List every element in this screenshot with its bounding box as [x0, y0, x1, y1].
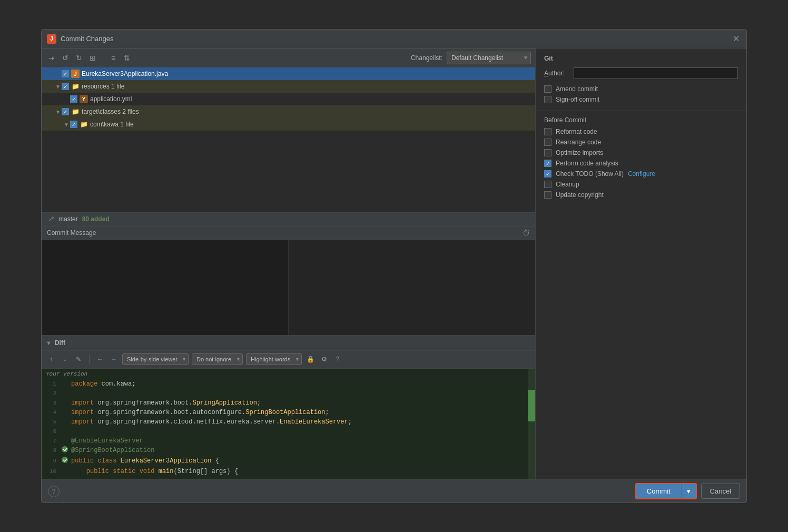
tree-checkbox-eureka[interactable]: ✓	[62, 70, 69, 77]
tree-item-application-yml[interactable]: ✓ Y application.yml	[42, 93, 535, 105]
diff-edit-btn[interactable]: ✎	[73, 354, 84, 364]
optimize-imports-checkbox[interactable]	[544, 149, 551, 156]
code-line-6: 6	[42, 427, 535, 436]
git-title: Git	[544, 55, 738, 62]
yml-file-icon: Y	[80, 95, 88, 103]
update-copyright-checkbox[interactable]	[544, 191, 551, 199]
cleanup-checkbox[interactable]	[544, 181, 551, 188]
highlight-select[interactable]: Highlight words	[246, 353, 302, 365]
check-todo-label: Check TODO (Show All)	[556, 170, 624, 178]
signoff-commit-label: Sign-off commit	[556, 96, 599, 103]
update-copyright-row: Update copyright	[544, 191, 738, 199]
commit-message-header: Commit Message ⏱	[42, 226, 535, 240]
tree-item-label: application.yml	[90, 95, 132, 103]
viewer-select[interactable]: Side-by-side viewer	[122, 353, 189, 365]
diff-sep-1	[89, 354, 90, 364]
cancel-button[interactable]: Cancel	[701, 484, 740, 499]
move-to-changelist-btn[interactable]: ⇥	[46, 52, 57, 64]
footer-right: Commit ▼ Cancel	[635, 483, 740, 499]
code-line-1: 1 package com.kawa;	[42, 379, 535, 389]
perform-analysis-row: ✓ Perform code analysis	[544, 160, 738, 167]
diff-lock-btn[interactable]: 🔒	[305, 354, 316, 364]
right-panel: Git Author: AAmend commitmend commit	[536, 48, 746, 479]
optimize-imports-label: Optimize imports	[556, 149, 603, 156]
changelist-label: Changelist:	[411, 54, 442, 62]
right-panel-scroll: Git Author: AAmend commitmend commit	[536, 48, 746, 479]
rearrange-code-label: Rearrange code	[556, 139, 601, 146]
commit-message-area	[42, 240, 535, 335]
code-line-7: 7 @EnableEurekaServer	[42, 436, 535, 446]
perform-analysis-label: Perform code analysis	[556, 160, 618, 167]
tree-item-label: com\kawa 1 file	[90, 121, 134, 128]
tree-item-resources[interactable]: ▼ ✓ 📁 resources 1 file	[42, 80, 535, 93]
check-todo-checkbox[interactable]: ✓	[544, 170, 551, 178]
group-by-btn[interactable]: ⊞	[87, 52, 98, 64]
highlight-dropdown-wrapper: Highlight words ▼	[246, 353, 302, 365]
reformat-code-checkbox[interactable]	[544, 128, 551, 135]
rollback-btn[interactable]: ↺	[60, 52, 71, 64]
perform-analysis-checkbox[interactable]: ✓	[544, 160, 551, 167]
git-section: Git Author: AAmend commitmend commit	[536, 48, 746, 111]
update-copyright-label: Update copyright	[556, 191, 604, 199]
collapse-btn[interactable]: ≡	[107, 52, 119, 64]
diff-title: Diff	[55, 339, 65, 347]
viewer-dropdown-wrapper: Side-by-side viewer ▼	[122, 353, 189, 365]
commit-message-section: Commit Message ⏱	[42, 226, 535, 335]
folder-icon-target: 📁	[71, 107, 80, 116]
ignore-select[interactable]: Do not ignore	[192, 353, 243, 365]
commit-dropdown-button[interactable]: ▼	[681, 484, 696, 498]
diff-next-change-btn[interactable]: ↓	[60, 354, 70, 364]
diff-header: ▼ Diff	[42, 335, 535, 351]
tree-checkbox-target[interactable]: ✓	[62, 108, 69, 115]
tree-item-target[interactable]: ▼ ✓ 📁 target\classes 2 files	[42, 105, 535, 118]
diff-settings-btn[interactable]: ⚙	[319, 354, 329, 364]
changelist-select[interactable]: Default Changelist	[447, 52, 531, 64]
signoff-commit-checkbox[interactable]	[544, 96, 551, 103]
code-line-9: 9 public class EurekaServer3Application …	[42, 456, 535, 467]
code-line-10: 10 public static void main(String[] args…	[42, 467, 535, 476]
refresh-btn[interactable]: ↻	[73, 52, 85, 64]
tree-checkbox-comkawa[interactable]: ✓	[70, 121, 77, 128]
commit-button[interactable]: Commit	[636, 484, 681, 498]
diff-help-btn[interactable]: ?	[332, 354, 343, 364]
code-line-3: 3 import org.springframework.boot.Spring…	[42, 398, 535, 408]
toolbar-sep-1	[103, 53, 103, 63]
added-count: 80 added	[82, 215, 110, 223]
tree-checkbox-yml[interactable]: ✓	[70, 95, 77, 103]
diff-scrollbar-indicator	[528, 369, 535, 480]
diff-prev-change-btn[interactable]: ↑	[46, 354, 56, 364]
toolbar-right: Changelist: Default Changelist ▼	[411, 52, 531, 64]
close-button[interactable]: ✕	[733, 35, 741, 43]
author-input[interactable]	[574, 67, 738, 79]
amend-commit-checkbox[interactable]	[544, 85, 551, 93]
diff-back-btn[interactable]: ←	[95, 354, 105, 364]
code-line-5: 5 import org.springframework.cloud.netfl…	[42, 417, 535, 427]
rearrange-code-checkbox[interactable]	[544, 139, 551, 146]
tree-item-eureka-java[interactable]: ✓ J EurekaServer3Application.java	[42, 67, 535, 80]
diff-section: ▼ Diff ↑ ↓ ✎ ← → Side-by-side viewer ▼	[42, 335, 535, 480]
code-line-8: 8 @SpringBootApplication	[42, 446, 535, 456]
commit-changes-dialog: J Commit Changes ✕ ⇥ ↺ ↻ ⊞ ≡ ⇅ Changelis…	[41, 29, 747, 503]
diff-content[interactable]: Your version 1 package com.kawa; 2 3	[42, 369, 535, 480]
commit-message-label: Commit Message	[47, 229, 96, 237]
scrollbar-green-marker	[528, 390, 535, 421]
commit-message-history-btn[interactable]: ⏱	[523, 229, 530, 237]
tree-item-comkawa[interactable]: ▼ ✓ 📁 com\kawa 1 file	[42, 118, 535, 131]
diff-forward-btn[interactable]: →	[109, 354, 119, 364]
optimize-imports-row: Optimize imports	[544, 149, 738, 156]
author-row: Author:	[544, 67, 738, 79]
diff-expand-btn[interactable]: ▼	[46, 340, 52, 346]
before-commit-title: Before Commit	[544, 116, 738, 124]
expand-btn[interactable]: ⇅	[121, 52, 133, 64]
check-todo-row: ✓ Check TODO (Show All) Configure	[544, 170, 738, 178]
status-bar: ⎇ master 80 added	[42, 212, 535, 226]
amend-commit-label: AAmend commitmend commit	[556, 85, 598, 93]
top-toolbar: ⇥ ↺ ↻ ⊞ ≡ ⇅ Changelist: Default Changeli…	[42, 48, 535, 67]
code-line-4: 4 import org.springframework.boot.autoco…	[42, 408, 535, 417]
amend-commit-row: AAmend commitmend commit	[544, 85, 738, 93]
tree-checkbox-resources[interactable]: ✓	[62, 83, 69, 90]
configure-link[interactable]: Configure	[628, 170, 655, 178]
commit-message-input[interactable]	[42, 240, 288, 335]
rearrange-code-row: Rearrange code	[544, 139, 738, 146]
help-button[interactable]: ?	[48, 486, 60, 497]
